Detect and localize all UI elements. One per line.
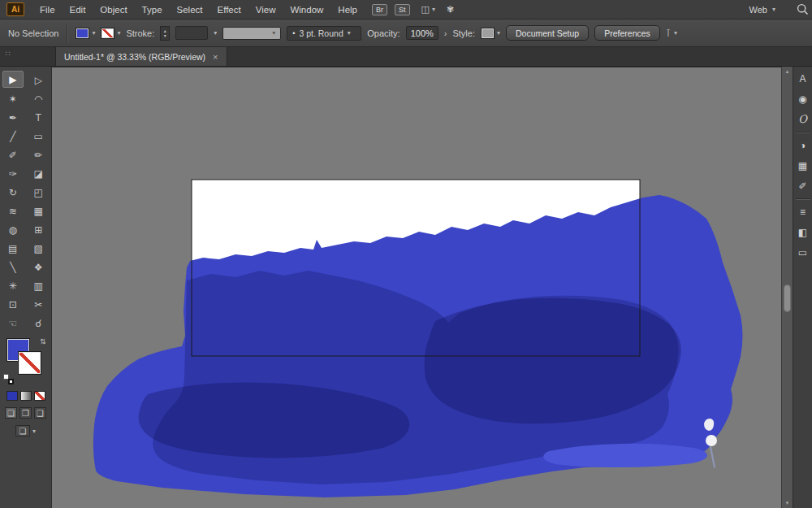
- draw-inside-button[interactable]: ❑: [34, 407, 46, 419]
- chevron-down-icon: ▾: [674, 29, 677, 37]
- align-stroke-dropdown[interactable]: ⊺ ▾: [666, 28, 677, 39]
- rotate-tool[interactable]: ↻: [0, 183, 26, 202]
- cs-live-icon[interactable]: ✾: [447, 4, 454, 15]
- chevron-down-icon: ▾: [92, 29, 95, 37]
- width-tool[interactable]: ≋: [0, 202, 26, 220]
- menu-select[interactable]: Select: [170, 5, 210, 15]
- eyedropper-tool[interactable]: ╲: [0, 258, 26, 276]
- vertical-scrollbar[interactable]: ▴ ▾: [781, 67, 793, 508]
- search-icon[interactable]: [797, 3, 809, 15]
- app-logo[interactable]: Ai: [6, 2, 24, 16]
- brushes-panel-button[interactable]: ✐: [794, 176, 812, 196]
- slice-tool[interactable]: ✂: [26, 295, 52, 314]
- type-tool[interactable]: T: [26, 108, 52, 127]
- menu-effect[interactable]: Effect: [210, 5, 248, 15]
- style-swatch[interactable]: [481, 28, 495, 39]
- menu-object[interactable]: Object: [93, 5, 134, 15]
- preferences-button[interactable]: Preferences: [594, 25, 660, 41]
- gradient-tool[interactable]: ▧: [26, 239, 52, 258]
- stroke-panel-button[interactable]: ≡: [794, 202, 812, 222]
- brush-definition-dropdown[interactable]: • 3 pt. Round ▾: [287, 26, 361, 41]
- paintbrush-tool[interactable]: ✐: [0, 145, 26, 164]
- perspective-grid-tool[interactable]: ⊞: [26, 220, 52, 239]
- line-segment-tool[interactable]: ╱: [0, 127, 26, 145]
- canvas-area[interactable]: [52, 67, 781, 508]
- stroke-swatch[interactable]: [19, 352, 41, 374]
- toolbar-grip-icon[interactable]: ∷: [6, 50, 11, 58]
- swap-colors-icon[interactable]: ⇄: [39, 338, 47, 345]
- screen-mode-caret-icon[interactable]: ▾: [32, 428, 36, 435]
- tab-label: Untitled-1* @ 33.33% (RGB/Preview): [64, 52, 205, 62]
- white-figure-stem[interactable]: [710, 446, 715, 468]
- gradient-button[interactable]: [20, 391, 32, 401]
- fill-color-dropdown[interactable]: ▾: [76, 28, 95, 39]
- artwork[interactable]: [52, 67, 781, 508]
- style-dropdown[interactable]: ▾: [481, 28, 500, 39]
- document-tab[interactable]: Untitled-1* @ 33.33% (RGB/Preview) ×: [55, 47, 227, 66]
- layers-panel-button[interactable]: ◧: [794, 222, 812, 242]
- menu-file[interactable]: File: [32, 5, 63, 15]
- character-panel-button[interactable]: A: [794, 68, 812, 89]
- pen-tool[interactable]: ✒: [0, 108, 26, 127]
- stroke-weight-field[interactable]: [175, 26, 208, 40]
- pencil-tool[interactable]: ✏: [26, 145, 52, 164]
- artboard-tool[interactable]: ⊡: [0, 295, 26, 314]
- illustrator-window: Ai File Edit Object Type Select Effect V…: [0, 0, 812, 508]
- stock-button[interactable]: St: [395, 4, 410, 15]
- default-colors-icon[interactable]: [3, 374, 14, 384]
- scrollbar-thumb[interactable]: [784, 284, 791, 312]
- selection-tool[interactable]: ▶: [2, 71, 24, 88]
- scroll-down-button[interactable]: ▾: [782, 498, 793, 508]
- swatches-panel-button[interactable]: ▦: [794, 155, 812, 176]
- menu-window[interactable]: Window: [283, 5, 330, 15]
- opacity-panel-chevron-icon[interactable]: ›: [444, 28, 447, 38]
- artboards-panel-button[interactable]: ▭: [794, 242, 812, 263]
- menu-help[interactable]: Help: [330, 5, 365, 15]
- color-panel-button[interactable]: ◑: [794, 135, 812, 155]
- white-figure-head[interactable]: [706, 435, 717, 446]
- hand-tool[interactable]: ☜: [0, 314, 26, 332]
- shape-builder-tool[interactable]: ◍: [0, 220, 26, 239]
- blend-tool[interactable]: ❖: [26, 258, 52, 276]
- screen-mode-button[interactable]: ❏: [15, 425, 30, 436]
- graphic-styles-panel-button[interactable]: O: [794, 109, 812, 129]
- menu-edit[interactable]: Edit: [63, 5, 93, 15]
- menu-type[interactable]: Type: [135, 5, 170, 15]
- arrange-documents-icon: ◫: [421, 4, 430, 15]
- lasso-tool[interactable]: ◠: [26, 89, 52, 108]
- align-stroke-icon: ⊺: [666, 28, 671, 39]
- symbol-sprayer-tool[interactable]: ✳: [0, 276, 26, 295]
- column-graph-tool[interactable]: ▥: [26, 276, 52, 295]
- free-transform-tool[interactable]: ▦: [26, 202, 52, 220]
- blob-brush-tool[interactable]: ✑: [0, 164, 26, 183]
- color-button[interactable]: [6, 391, 18, 401]
- mesh-tool[interactable]: ▤: [0, 239, 26, 258]
- eraser-tool[interactable]: ◪: [26, 164, 52, 183]
- stroke-color-swatch[interactable]: [101, 28, 114, 39]
- menu-view[interactable]: View: [248, 5, 283, 15]
- none-button[interactable]: [34, 391, 45, 401]
- scale-tool[interactable]: ◰: [26, 183, 52, 202]
- draw-behind-button[interactable]: ❐: [19, 407, 32, 419]
- document-setup-button[interactable]: Document Setup: [506, 25, 589, 41]
- zoom-tool[interactable]: ☌: [26, 314, 52, 332]
- scroll-up-button[interactable]: ▴: [782, 67, 793, 76]
- fill-color-swatch[interactable]: [76, 28, 89, 39]
- appearance-panel-button[interactable]: ◉: [794, 89, 812, 109]
- magic-wand-tool[interactable]: ✶: [0, 89, 26, 108]
- opacity-label: Opacity:: [367, 28, 400, 38]
- stroke-color-dropdown[interactable]: ▾: [101, 28, 120, 39]
- opacity-field[interactable]: 100%: [406, 26, 438, 40]
- close-tab-icon[interactable]: ×: [213, 52, 218, 62]
- tab-bar: Untitled-1* @ 33.33% (RGB/Preview) ×: [0, 47, 812, 67]
- stroke-weight-caret-icon[interactable]: ▾: [214, 29, 217, 37]
- arrange-documents-button[interactable]: ◫ ▾: [421, 4, 435, 15]
- bridge-button[interactable]: Br: [372, 4, 387, 15]
- draw-normal-button[interactable]: ❏: [5, 407, 17, 419]
- direct-selection-tool[interactable]: ▷: [26, 71, 52, 89]
- stroke-weight-stepper[interactable]: ▴ ▾: [160, 26, 170, 41]
- workspace-switcher[interactable]: Web ▾: [749, 5, 775, 15]
- stepper-down-icon[interactable]: ▾: [164, 33, 166, 38]
- rectangle-tool[interactable]: ▭: [26, 127, 52, 145]
- width-profile-dropdown[interactable]: ▾: [222, 27, 281, 40]
